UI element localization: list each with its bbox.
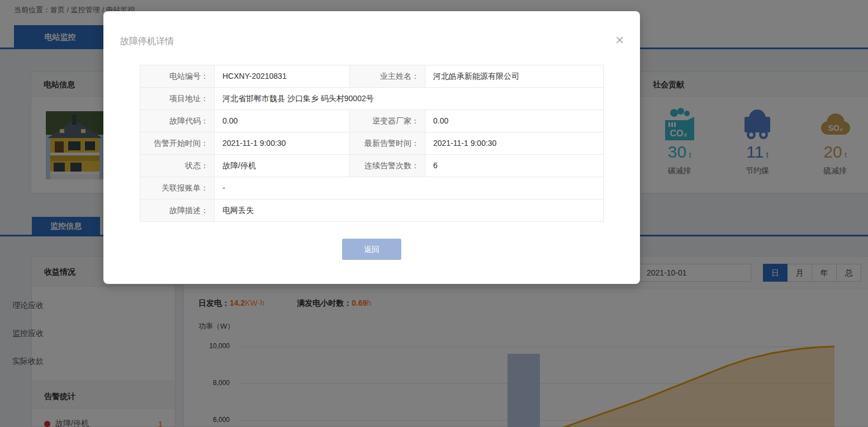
field-label-fault-code: 故障代码：: [140, 110, 215, 132]
field-label-alarm-latest: 最新告警时间：: [350, 132, 425, 155]
close-icon[interactable]: ✕: [615, 34, 624, 47]
field-value-owner-name: 河北皓承新能源有限公司: [425, 65, 604, 88]
field-value-station-id: HCXNY-20210831: [215, 65, 350, 88]
field-value-fault-code: 0.00: [215, 110, 350, 132]
modal-title: 故障停机详情: [120, 36, 174, 48]
field-value-inverter-maker: 0.00: [425, 110, 604, 132]
field-value-related-bill: -: [215, 177, 604, 200]
field-label-owner-name: 业主姓名：: [350, 65, 425, 88]
field-value-status: 故障/停机: [215, 155, 350, 177]
fault-detail-modal: 故障停机详情 ✕ 电站编号： HCXNY-20210831 业主姓名： 河北皓承…: [103, 11, 640, 284]
fault-detail-table: 电站编号： HCXNY-20210831 业主姓名： 河北皓承新能源有限公司 项…: [140, 65, 604, 222]
field-label-station-id: 电站编号：: [140, 65, 215, 88]
back-button[interactable]: 返回: [342, 239, 401, 260]
field-label-related-bill: 关联报账单：: [140, 177, 215, 200]
field-value-alarm-start: 2021-11-1 9:00:30: [215, 132, 350, 155]
field-value-fault-desc: 电网丢失: [215, 200, 604, 222]
field-value-alarm-count: 6: [425, 155, 604, 177]
field-value-project-address: 河北省邯郸市魏县 沙口集乡 码头村90002号: [215, 88, 604, 110]
field-label-alarm-start: 告警开始时间：: [140, 132, 215, 155]
field-label-fault-desc: 故障描述：: [140, 200, 215, 222]
field-value-alarm-latest: 2021-11-1 9:00:30: [425, 132, 604, 155]
field-label-inverter-maker: 逆变器厂家：: [350, 110, 425, 132]
field-label-project-address: 项目地址：: [140, 88, 215, 110]
field-label-status: 状态：: [140, 155, 215, 177]
field-label-alarm-count: 连续告警次数：: [350, 155, 425, 177]
app-root: 当前位置：首页 / 监控管理 / 电站监控 电站监控 电站信息: [0, 0, 868, 427]
